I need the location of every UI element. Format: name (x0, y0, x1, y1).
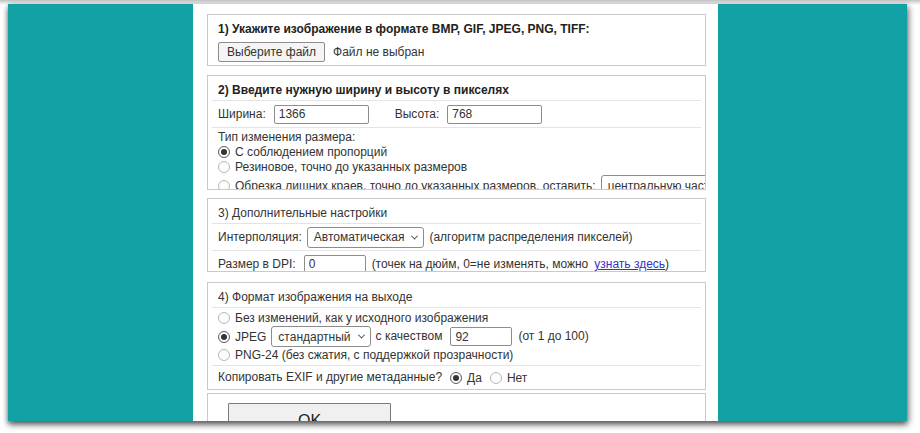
exif-yes-radio-icon[interactable] (450, 372, 462, 384)
resize-option-proportional[interactable]: С соблюдением пропорций (218, 145, 695, 159)
radio-button-icon[interactable] (218, 180, 230, 191)
width-label: Ширина: (218, 108, 266, 121)
dpi-input[interactable] (304, 255, 366, 273)
section-submit: OK (207, 393, 706, 421)
section-upload: 1) Укажите изображение в формате BMP, GI… (207, 14, 706, 66)
divider (212, 307, 701, 308)
section-output: 4) Формат изображения на выходе Без изме… (207, 282, 706, 390)
choose-file-button[interactable]: Выберите файл (218, 42, 325, 62)
interpolation-row: Интерполяция: Автоматическая (алгоритм р… (218, 227, 695, 247)
section-dimensions: 2) Введите нужную ширину и высоту в пикс… (207, 75, 706, 190)
divider (212, 100, 701, 101)
section-output-title: 4) Формат изображения на выходе (218, 290, 695, 304)
dpi-hint-close: ) (665, 258, 669, 271)
jpeg-quality-input[interactable] (450, 327, 512, 346)
radio-button-icon[interactable] (218, 349, 230, 361)
content-column: 1) Укажите изображение в формате BMP, GI… (193, 4, 718, 421)
resize-option-crop[interactable]: Обрезка лишних краев, точно до указанных… (218, 175, 695, 190)
resize-option-label: Обрезка лишних краев, точно до указанных… (235, 179, 596, 191)
dpi-label: Размер в DPI: (218, 258, 296, 271)
output-option-jpeg[interactable]: JPEG стандартный с качеством (от 1 до 10… (218, 326, 695, 347)
resize-type-label: Тип изменения размера: (218, 131, 695, 144)
output-option-label: Без изменений, как у исходного изображен… (235, 311, 488, 325)
output-option-label: JPEG (235, 330, 266, 344)
file-input-row: Выберите файл Файл не выбран (218, 42, 695, 62)
jpeg-quality-hint: (от 1 до 100) (518, 330, 588, 343)
radio-button-icon[interactable] (218, 312, 230, 324)
resize-option-label: Резиновое, точно до указанных размеров (235, 160, 467, 174)
divider (212, 250, 701, 251)
jpeg-preset-select[interactable]: стандартный (271, 326, 370, 347)
resize-option-label: С соблюдением пропорций (235, 145, 387, 159)
exif-row: Копировать EXIF и другие метаданные? Да … (218, 369, 695, 386)
height-label: Высота: (395, 108, 440, 121)
radio-button-icon[interactable] (218, 146, 230, 158)
section-advanced: 3) Дополнительные настройки Интерполяция… (207, 198, 706, 272)
jpeg-quality-label: с качеством (376, 330, 443, 343)
section-upload-title: 1) Укажите изображение в формате BMP, GI… (218, 22, 695, 36)
radio-button-icon[interactable] (218, 331, 230, 343)
chevron-down-icon (358, 332, 365, 339)
exif-no-label: Нет (507, 371, 527, 385)
exif-no-radio-icon[interactable] (490, 372, 502, 384)
crop-part-select-value: центральную часть (608, 179, 706, 191)
resize-option-stretch[interactable]: Резиновое, точно до указанных размеров (218, 160, 695, 174)
dpi-learn-more-link[interactable]: узнать здесь (594, 257, 665, 271)
section-dimensions-title: 2) Введите нужную ширину и высоту в пикс… (218, 83, 695, 97)
exif-yes-label: Да (467, 371, 482, 385)
divider (212, 365, 701, 366)
output-option-label: PNG-24 (без сжатия, с поддержкой прозрач… (235, 348, 513, 362)
radio-button-icon[interactable] (218, 161, 230, 173)
crop-part-select[interactable]: центральную часть (601, 175, 706, 190)
file-status-text: Файл не выбран (333, 45, 424, 59)
interpolation-select-value: Автоматическая (314, 230, 405, 244)
dpi-row: Размер в DPI: (точек на дюйм, 0=не измен… (218, 254, 695, 272)
divider (212, 127, 701, 128)
divider (212, 223, 701, 224)
height-input[interactable] (447, 105, 542, 124)
jpeg-preset-select-value: стандартный (278, 330, 350, 344)
output-option-png24[interactable]: PNG-24 (без сжатия, с поддержкой прозрач… (218, 348, 695, 362)
resize-tool-page: 1) Укажите изображение в формате BMP, GI… (8, 4, 907, 421)
chevron-down-icon (411, 232, 418, 239)
ok-button[interactable]: OK (228, 403, 391, 421)
dpi-hint: (точек на дюйм, 0=не изменять, можно (372, 258, 589, 271)
width-input[interactable] (274, 105, 369, 124)
interpolation-select[interactable]: Автоматическая (307, 227, 425, 248)
exif-label: Копировать EXIF и другие метаданные? (218, 371, 442, 384)
dimensions-inputs-row: Ширина: Высота: (218, 104, 695, 124)
output-option-unchanged[interactable]: Без изменений, как у исходного изображен… (218, 311, 695, 325)
section-advanced-title: 3) Дополнительные настройки (218, 206, 695, 220)
interpolation-hint: (алгоритм распределения пикселей) (429, 231, 632, 244)
interpolation-label: Интерполяция: (218, 231, 302, 244)
